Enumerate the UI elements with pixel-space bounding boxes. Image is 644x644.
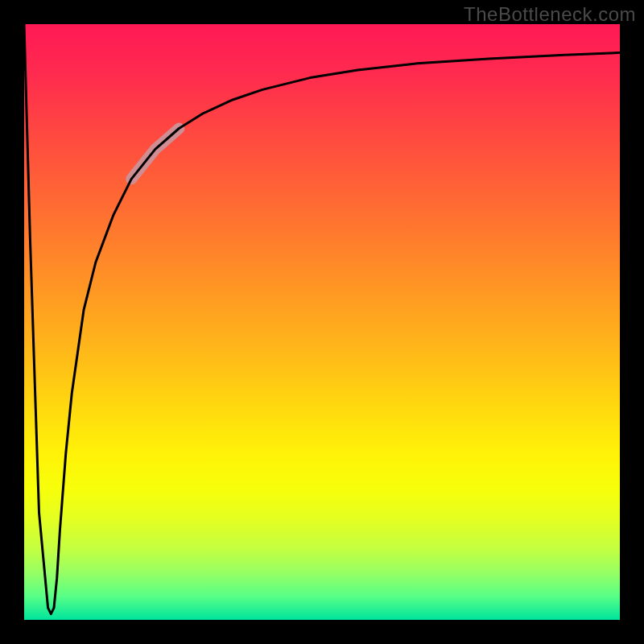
attribution-text: TheBottleneck.com	[464, 3, 636, 26]
figure-root: TheBottleneck.com	[0, 0, 644, 644]
plot-area	[24, 24, 620, 620]
chart-svg	[24, 24, 620, 620]
bottleneck-curve	[24, 24, 620, 614]
